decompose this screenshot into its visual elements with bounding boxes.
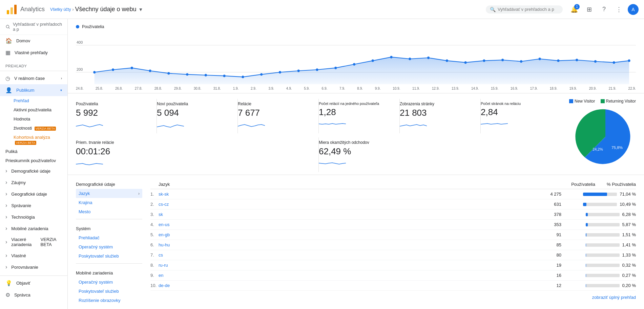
- sidebar-item-realtime[interactable]: ◷ V reálnom čase ›: [0, 72, 67, 84]
- x-label-22: 15.9.: [491, 87, 498, 90]
- x-label-13: 6.9.: [322, 87, 328, 90]
- svg-point-29: [446, 60, 448, 62]
- sidebar-item-spravanie[interactable]: › Správanie: [0, 200, 67, 211]
- sidebar-sub-hodnota[interactable]: Hodnota: [0, 114, 67, 124]
- sidebar-item-vlastne2[interactable]: › Vlastné: [0, 250, 67, 261]
- sidebar-sub-zivotnosti[interactable]: životnosti VERZIA BETA: [0, 124, 67, 133]
- sidebar-item-demograficke[interactable]: › Demografické údaje: [0, 165, 67, 177]
- sidebar-search[interactable]: Vyhľadávať v prehľadoch a p: [0, 19, 67, 35]
- sidebar-sub-prehlad[interactable]: Prehľad: [0, 96, 67, 105]
- sidebar-item-objavit[interactable]: 💡 Objaviť: [0, 277, 67, 289]
- chart-container: 400 200: [76, 32, 636, 86]
- row-pct: 0,20 %: [561, 283, 636, 288]
- x-label-7: 31.8.: [213, 87, 221, 90]
- sidebar-item-vlastne[interactable]: ▦ Vlastné prehľady: [0, 47, 67, 59]
- lang-link[interactable]: en: [159, 273, 163, 278]
- metric-relacie: Relácie 7 677: [238, 99, 319, 133]
- metric-novi-label: Noví používatelia: [157, 102, 232, 106]
- breadcrumb-separator: ›: [72, 7, 74, 12]
- sidebar-tech-label: Technológia: [11, 215, 35, 220]
- lang-link[interactable]: cs-cz: [159, 202, 169, 207]
- table-row: 5. en-gb 91 1,51 %: [150, 230, 636, 240]
- data-table-header: Jazyk Používatelia % Používatelia: [150, 178, 636, 189]
- table-row: 8. ru-ru 19 0,32 %: [150, 260, 636, 270]
- nav-op-sys-mobile[interactable]: Operačný systém: [76, 278, 142, 287]
- metric-trvanie-sparkline: [76, 158, 103, 168]
- sidebar-item-porovnavanie[interactable]: › Porovnávanie: [0, 261, 67, 273]
- svg-point-38: [613, 61, 615, 64]
- nav-mesto[interactable]: Mesto: [76, 207, 142, 216]
- x-label-20: 13.9.: [452, 87, 459, 90]
- metric-pouzivatelia-label: Používatelia: [76, 102, 151, 106]
- nav-jazyk[interactable]: Jazyk ›: [76, 189, 142, 198]
- svg-line-4: [9, 28, 10, 29]
- nav-rozlisenie[interactable]: Rozlíšenie obrazovky: [76, 296, 142, 305]
- x-label-19: 12.9.: [432, 87, 439, 90]
- nav-poskytovatel[interactable]: Poskytovateľ služieb: [76, 251, 142, 261]
- lang-link[interactable]: ru-ru: [159, 263, 168, 268]
- help-button[interactable]: ?: [598, 3, 610, 16]
- sidebar-sub-prieskumnik[interactable]: Prieskumník používateľov: [0, 156, 67, 165]
- metric-relacie-sparkline: [238, 119, 265, 130]
- metric-miera: Miera okamžitých odchodov 62,49 %: [319, 137, 561, 172]
- lang-link[interactable]: sk-sk: [159, 192, 169, 197]
- sidebar-item-zaujmy[interactable]: › Záujmy: [0, 177, 67, 188]
- row-users: 12: [534, 283, 561, 288]
- col-header-users: Používatelia: [568, 182, 595, 187]
- sidebar-item-domov[interactable]: 🏠 Domov: [0, 35, 67, 47]
- sidebar-item-mobilne[interactable]: › Mobilné zariadenia: [0, 223, 67, 234]
- x-label-8: 1.9.: [233, 87, 239, 90]
- col-header-pct: % Používatelia: [595, 182, 636, 187]
- sidebar-search-label: Vyhľadávať v prehľadoch a p: [13, 22, 62, 32]
- grid-icon: ▦: [5, 49, 11, 56]
- sidebar-item-spravca[interactable]: ⚙ Správca: [0, 289, 67, 301]
- nav-op-sys[interactable]: Operačný systém: [76, 242, 142, 251]
- breadcrumb-link[interactable]: Všetky účty: [50, 7, 71, 12]
- svg-point-37: [594, 60, 597, 63]
- sidebar-item-viacere[interactable]: › Viaceré zariadenia VERZIA BETA: [0, 234, 67, 250]
- lang-link[interactable]: sk: [159, 212, 163, 217]
- notification-button[interactable]: 🔔 1: [568, 3, 580, 16]
- sidebar-sub-kohortova[interactable]: Kohortová analýza VERZIA BETA: [0, 133, 67, 147]
- lang-link[interactable]: cs: [159, 252, 163, 258]
- main-layout: Vyhľadávať v prehľadoch a p 🏠 Domov ▦ Vl…: [0, 19, 644, 309]
- lang-link[interactable]: hu-hu: [159, 242, 170, 247]
- row-users: 4 275: [534, 192, 561, 197]
- row-users: 91: [534, 232, 561, 237]
- sidebar-item-geograficke[interactable]: › Geografické údaje: [0, 188, 67, 200]
- x-label-6: 30.8.: [194, 87, 201, 90]
- chevron-right-icon: ›: [5, 225, 7, 231]
- lang-link[interactable]: de-de: [159, 283, 170, 288]
- nav-krajina[interactable]: Krajina: [76, 198, 142, 207]
- row-rank: 4.: [150, 222, 159, 227]
- x-label-28: 21.9.: [609, 87, 616, 90]
- svg-point-34: [539, 58, 541, 60]
- metric-pouzivatelia-value: 5 992: [76, 108, 151, 118]
- nav-prehliadac[interactable]: Prehliadač: [76, 233, 142, 242]
- x-label-23: 16.9.: [511, 87, 518, 90]
- search-input[interactable]: [498, 7, 559, 12]
- apps-button[interactable]: ⊞: [583, 3, 595, 16]
- sidebar-sub-publika[interactable]: Puliká: [0, 147, 67, 156]
- row-pct: 1,33 %: [561, 252, 636, 258]
- sidebar-sub-aktivni[interactable]: Aktívni používatelia: [0, 105, 67, 114]
- search-icon: 🔍: [490, 7, 496, 12]
- analytics-logo: [5, 3, 18, 16]
- sidebar-item-publikum[interactable]: 👤 Publikum ▾: [0, 84, 67, 96]
- property-selector[interactable]: Všechny údaje o webu ▼: [75, 6, 143, 13]
- sidebar-item-technologia[interactable]: › Technológia: [0, 211, 67, 223]
- lang-link[interactable]: en-gb: [159, 232, 170, 237]
- metric-zobrazenia-label: Zobrazenia stránky: [400, 102, 475, 106]
- x-label-16: 9.9.: [375, 87, 381, 90]
- x-label-21: 14.9.: [471, 87, 479, 90]
- svg-rect-0: [7, 10, 9, 14]
- legend-dot-users: [76, 25, 79, 28]
- sidebar-zaujmy-label: Záujmy: [11, 180, 26, 185]
- lang-link[interactable]: en-us: [159, 222, 170, 227]
- full-report-link[interactable]: zobraziť úplný prehľad: [150, 291, 636, 304]
- chart-legend: Používatelia: [76, 24, 636, 29]
- avatar[interactable]: A: [628, 4, 639, 15]
- more-button[interactable]: ⋮: [613, 3, 625, 16]
- nav-poskytovatel-mobile[interactable]: Poskytovateľ služieb: [76, 287, 142, 296]
- app-title: Analytics: [20, 6, 45, 13]
